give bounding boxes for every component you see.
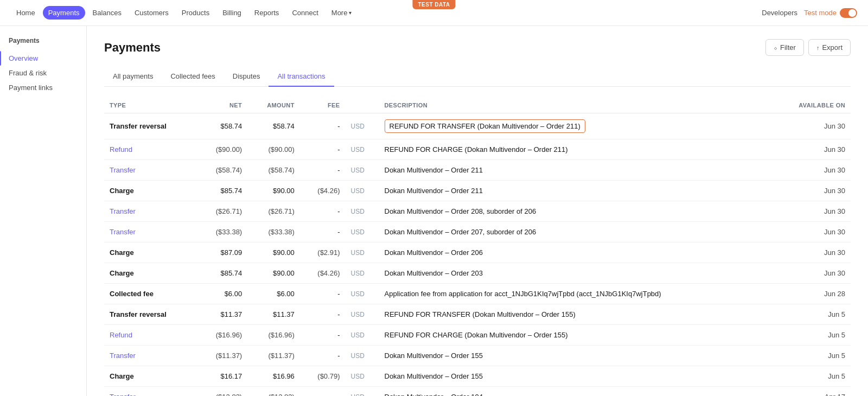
cell-description: Dokan Multivendor – Order 155 xyxy=(379,366,773,387)
sidebar-item-label: Overview xyxy=(9,54,38,62)
cell-type: Charge xyxy=(104,242,197,263)
export-icon: ↑ xyxy=(816,44,820,51)
tab-all-transactions[interactable]: All transactions xyxy=(269,67,334,87)
nav-reports[interactable]: Reports xyxy=(249,6,285,20)
cell-amount: $11.37 xyxy=(247,304,300,325)
tab-disputes[interactable]: Disputes xyxy=(224,67,269,87)
table-row[interactable]: Refund($16.96)($16.96)-USDREFUND FOR CHA… xyxy=(104,325,851,346)
nav-more-label: More xyxy=(331,9,348,17)
cell-type[interactable]: Transfer xyxy=(104,201,197,222)
cell-fee: - xyxy=(300,160,346,181)
cell-type[interactable]: Refund xyxy=(104,139,197,160)
chevron-down-icon: ▾ xyxy=(349,10,352,16)
sidebar-item-overview[interactable]: Overview xyxy=(0,51,86,66)
cell-type[interactable]: Transfer xyxy=(104,222,197,242)
nav-customers[interactable]: Customers xyxy=(129,6,174,20)
test-mode-toggle[interactable]: Test mode xyxy=(804,8,857,18)
table-row[interactable]: Transfer($58.74)($58.74)-USDDokan Multiv… xyxy=(104,160,851,181)
nav-more[interactable]: More ▾ xyxy=(326,6,358,20)
cell-available-on: Apr 17 xyxy=(772,387,851,397)
cell-net: $87.09 xyxy=(197,242,248,263)
cell-currency: USD xyxy=(346,139,379,160)
main-layout: Payments Overview Fraud & risk Payment l… xyxy=(0,26,868,396)
tabs: All payments Collected fees Disputes All… xyxy=(104,67,851,87)
cell-description: Dokan Multivendor – Order 104 xyxy=(379,387,773,397)
col-fee: FEE xyxy=(300,98,346,113)
cell-currency: USD xyxy=(346,160,379,181)
filter-label: Filter xyxy=(780,43,796,52)
table-row[interactable]: Refund($90.00)($90.00)-USDREFUND FOR CHA… xyxy=(104,139,851,160)
cell-available-on: Jun 30 xyxy=(772,139,851,160)
nav-home[interactable]: Home xyxy=(11,6,41,20)
table-row[interactable]: Charge$85.74$90.00($4.26)USDDokan Multiv… xyxy=(104,181,851,201)
cell-description: Dokan Multivendor – Order 211 xyxy=(379,160,773,181)
export-label: Export xyxy=(822,43,843,52)
nav-products[interactable]: Products xyxy=(176,6,215,20)
cell-fee: - xyxy=(300,325,346,346)
cell-fee: - xyxy=(300,284,346,304)
table-row[interactable]: Charge$16.17$16.96($0.79)USDDokan Multiv… xyxy=(104,366,851,387)
col-description: DESCRIPTION xyxy=(379,98,773,113)
table-row[interactable]: Charge$85.74$90.00($4.26)USDDokan Multiv… xyxy=(104,263,851,284)
cell-available-on: Jun 5 xyxy=(772,304,851,325)
nav-payments[interactable]: Payments xyxy=(43,6,85,20)
col-currency xyxy=(346,98,379,113)
cell-available-on: Jun 30 xyxy=(772,201,851,222)
cell-fee: - xyxy=(300,304,346,325)
table-row[interactable]: Transfer($33.38)($33.38)-USDDokan Multiv… xyxy=(104,222,851,242)
cell-description: Dokan Multivendor – Order 208, suborder … xyxy=(379,201,773,222)
cell-fee: ($0.79) xyxy=(300,366,346,387)
cell-type[interactable]: Refund xyxy=(104,325,197,346)
cell-description: REFUND FOR CHARGE (Dokan Multivendor – O… xyxy=(379,325,773,346)
table-row[interactable]: Transfer reversal$11.37$11.37-USDREFUND … xyxy=(104,304,851,325)
cell-fee: - xyxy=(300,201,346,222)
sidebar-item-payment-links[interactable]: Payment links xyxy=(0,80,86,95)
cell-currency: USD xyxy=(346,242,379,263)
cell-type: Collected fee xyxy=(104,284,197,304)
cell-net: $16.17 xyxy=(197,366,248,387)
cell-net: ($58.74) xyxy=(197,160,248,181)
table-row[interactable]: Transfer reversal$58.74$58.74-USDREFUND … xyxy=(104,113,851,139)
table-row[interactable]: Charge$87.09$90.00($2.91)USDDokan Multiv… xyxy=(104,242,851,263)
nav-connect[interactable]: Connect xyxy=(286,6,323,20)
cell-available-on: Jun 5 xyxy=(772,366,851,387)
tab-all-payments[interactable]: All payments xyxy=(104,67,162,87)
cell-type[interactable]: Transfer xyxy=(104,387,197,397)
cell-type[interactable]: Transfer xyxy=(104,346,197,366)
nav-balances[interactable]: Balances xyxy=(87,6,127,20)
nav-billing[interactable]: Billing xyxy=(217,6,247,20)
toggle-switch[interactable] xyxy=(840,8,857,18)
sidebar-item-fraud[interactable]: Fraud & risk xyxy=(0,66,86,80)
cell-type: Transfer reversal xyxy=(104,113,197,139)
cell-amount: ($58.74) xyxy=(247,160,300,181)
cell-currency: USD xyxy=(346,325,379,346)
table-row[interactable]: Transfer($26.71)($26.71)-USDDokan Multiv… xyxy=(104,201,851,222)
cell-currency: USD xyxy=(346,222,379,242)
cell-amount: $90.00 xyxy=(247,263,300,284)
main-content: Payments ⬦ Filter ↑ Export All payments … xyxy=(87,26,868,396)
filter-button[interactable]: ⬦ Filter xyxy=(765,39,804,56)
cell-description: Dokan Multivendor – Order 207, suborder … xyxy=(379,222,773,242)
export-button[interactable]: ↑ Export xyxy=(808,39,851,56)
cell-currency: USD xyxy=(346,304,379,325)
table-row[interactable]: Transfer($11.37)($11.37)-USDDokan Multiv… xyxy=(104,346,851,366)
cell-net: $58.74 xyxy=(197,113,248,139)
tab-collected-fees[interactable]: Collected fees xyxy=(162,67,224,87)
cell-fee: ($2.91) xyxy=(300,242,346,263)
cell-net: $6.00 xyxy=(197,284,248,304)
cell-description: REFUND FOR TRANSFER (Dokan Multivendor –… xyxy=(379,304,773,325)
cell-type: Charge xyxy=(104,263,197,284)
cell-amount: $58.74 xyxy=(247,113,300,139)
cell-currency: USD xyxy=(346,113,379,139)
col-amount: AMOUNT xyxy=(247,98,300,113)
cell-net: ($26.71) xyxy=(197,201,248,222)
content-header: Payments ⬦ Filter ↑ Export xyxy=(104,39,851,56)
header-actions: ⬦ Filter ↑ Export xyxy=(765,39,851,56)
table-row[interactable]: Collected fee$6.00$6.00-USDApplication f… xyxy=(104,284,851,304)
cell-fee: - xyxy=(300,222,346,242)
table-row[interactable]: Transfer($12.83)($12.83)-USDDokan Multiv… xyxy=(104,387,851,397)
developers-link[interactable]: Developers xyxy=(762,9,797,17)
cell-type[interactable]: Transfer xyxy=(104,160,197,181)
table-body: Transfer reversal$58.74$58.74-USDREFUND … xyxy=(104,113,851,397)
cell-type: Charge xyxy=(104,366,197,387)
